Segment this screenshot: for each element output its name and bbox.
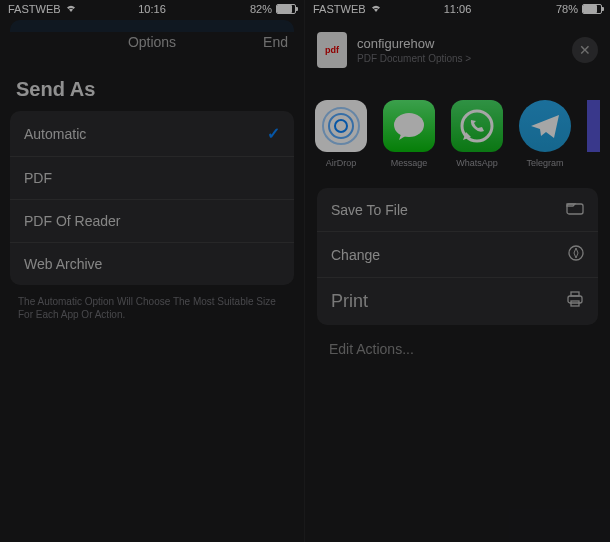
folder-icon — [566, 201, 584, 218]
battery-icon — [276, 4, 296, 14]
telegram-icon — [519, 100, 571, 152]
option-label: Automatic — [24, 126, 86, 142]
wifi-icon — [65, 3, 77, 15]
edit-actions-link[interactable]: Edit Actions... — [305, 325, 610, 373]
option-automatic[interactable]: Automatic ✓ — [10, 111, 294, 157]
phone-right: FASTWEB 11:06 78% pdf configurehow PDF D… — [305, 0, 610, 542]
checkmark-icon: ✓ — [267, 124, 280, 143]
send-as-label: Send As — [0, 66, 304, 111]
end-button[interactable]: End — [263, 34, 288, 50]
options-header: Options End — [0, 18, 304, 66]
action-label: Print — [331, 291, 368, 312]
footnote-text: The Automatic Option Will Choose The Mos… — [0, 285, 304, 331]
close-icon: ✕ — [579, 42, 591, 58]
carrier-label: FASTWEB — [8, 3, 61, 15]
battery-percent: 82% — [250, 3, 272, 15]
phone-left: FASTWEB 10:16 82% Options End Send As Au… — [0, 0, 305, 542]
app-label: Message — [391, 158, 428, 168]
option-pdf-reader[interactable]: PDF Of Reader — [10, 200, 294, 243]
whatsapp-icon — [451, 100, 503, 152]
app-label: AirDrop — [326, 158, 357, 168]
status-bar: FASTWEB 10:16 82% — [0, 0, 304, 18]
option-web-archive[interactable]: Web Archive — [10, 243, 294, 285]
app-airdrop[interactable]: AirDrop — [315, 100, 367, 168]
clock: 11:06 — [444, 3, 472, 15]
action-save-to-file[interactable]: Save To File — [317, 188, 598, 232]
share-header: pdf configurehow PDF Document Options > … — [305, 18, 610, 82]
svg-rect-7 — [568, 296, 582, 303]
svg-point-0 — [335, 120, 347, 132]
send-as-list: Automatic ✓ PDF PDF Of Reader Web Archiv… — [10, 111, 294, 285]
options-title: Options — [128, 34, 176, 50]
printer-icon — [566, 291, 584, 312]
app-partial[interactable] — [587, 100, 600, 168]
app-label: WhatsApp — [456, 158, 498, 168]
wifi-icon — [370, 3, 382, 15]
status-bar: FASTWEB 11:06 78% — [305, 0, 610, 18]
battery-icon — [582, 4, 602, 14]
option-label: PDF Of Reader — [24, 213, 120, 229]
svg-point-1 — [329, 114, 353, 138]
actions-list: Save To File Change Print — [317, 188, 598, 325]
app-label: Telegram — [526, 158, 563, 168]
message-icon — [383, 100, 435, 152]
airdrop-icon — [315, 100, 367, 152]
battery-percent: 78% — [556, 3, 578, 15]
option-pdf[interactable]: PDF — [10, 157, 294, 200]
doc-title: configurehow — [357, 36, 562, 51]
share-apps-row: AirDrop Message WhatsApp — [305, 82, 610, 176]
action-print[interactable]: Print — [317, 278, 598, 325]
svg-point-3 — [394, 113, 424, 137]
doc-options-link[interactable]: PDF Document Options > — [357, 53, 562, 64]
carrier-label: FASTWEB — [313, 3, 366, 15]
action-label: Change — [331, 247, 380, 263]
option-label: Web Archive — [24, 256, 102, 272]
close-button[interactable]: ✕ — [572, 37, 598, 63]
app-message[interactable]: Message — [383, 100, 435, 168]
app-whatsapp[interactable]: WhatsApp — [451, 100, 503, 168]
clock: 10:16 — [138, 3, 166, 15]
svg-rect-8 — [571, 292, 579, 296]
action-change[interactable]: Change — [317, 232, 598, 278]
pdf-doc-icon: pdf — [317, 32, 347, 68]
compass-icon — [568, 245, 584, 264]
option-label: PDF — [24, 170, 52, 186]
app-telegram[interactable]: Telegram — [519, 100, 571, 168]
action-label: Save To File — [331, 202, 408, 218]
